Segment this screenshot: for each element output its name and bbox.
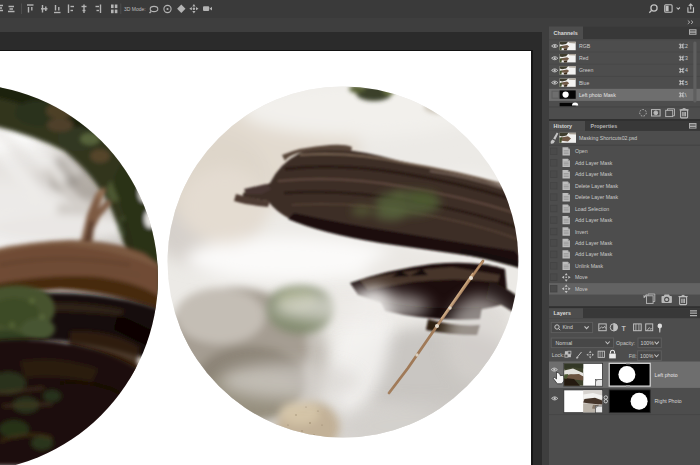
svg-text:Add Layer Mask: Add Layer Mask	[575, 251, 613, 257]
svg-text:Fill:: Fill:	[629, 352, 637, 358]
svg-text:Add Layer Mask: Add Layer Mask	[575, 159, 613, 165]
svg-text:2: 2	[685, 42, 688, 48]
svg-text:T: T	[622, 324, 627, 331]
svg-text:Unlink Mask: Unlink Mask	[575, 262, 604, 268]
svg-text:Layers: Layers	[554, 310, 571, 316]
svg-text:Right Photo: Right Photo	[655, 398, 682, 404]
svg-text:Kind: Kind	[563, 324, 573, 330]
svg-text:Add Layer Mask: Add Layer Mask	[575, 171, 613, 177]
svg-text:Channels: Channels	[554, 29, 578, 35]
svg-text:Load Selection: Load Selection	[575, 205, 609, 211]
svg-text:Masking Shortcuts02.psd: Masking Shortcuts02.psd	[579, 134, 637, 140]
svg-text:Invert: Invert	[575, 228, 589, 234]
svg-text:Normal: Normal	[556, 339, 573, 345]
svg-text:100%: 100%	[641, 339, 655, 345]
svg-text:4: 4	[685, 67, 688, 73]
svg-text:3D Mode:: 3D Mode:	[124, 6, 146, 12]
svg-text:Green: Green	[579, 67, 594, 73]
svg-text:Open: Open	[575, 148, 588, 154]
svg-text:History: History	[554, 123, 573, 129]
svg-text:3: 3	[685, 55, 688, 61]
svg-text:Red: Red	[579, 55, 589, 61]
svg-text:Opacity:: Opacity:	[616, 339, 635, 345]
svg-text:5: 5	[685, 79, 688, 85]
svg-text:RGB: RGB	[579, 42, 591, 48]
svg-text:Delete Layer Mask: Delete Layer Mask	[575, 194, 619, 200]
svg-text:Lock:: Lock:	[552, 351, 564, 357]
svg-text:Blue: Blue	[579, 79, 589, 85]
svg-text:Delete Layer Mask: Delete Layer Mask	[575, 182, 619, 188]
svg-text:Add Layer Mask: Add Layer Mask	[575, 217, 613, 223]
svg-text:100%: 100%	[640, 353, 654, 359]
svg-text:Add Layer Mask: Add Layer Mask	[575, 239, 613, 245]
svg-text:Left photo: Left photo	[655, 371, 678, 377]
svg-text:Left photo Mask: Left photo Mask	[579, 91, 616, 97]
svg-text:Properties: Properties	[591, 123, 618, 129]
svg-text:Move: Move	[575, 285, 588, 291]
svg-text:Move: Move	[575, 274, 588, 280]
